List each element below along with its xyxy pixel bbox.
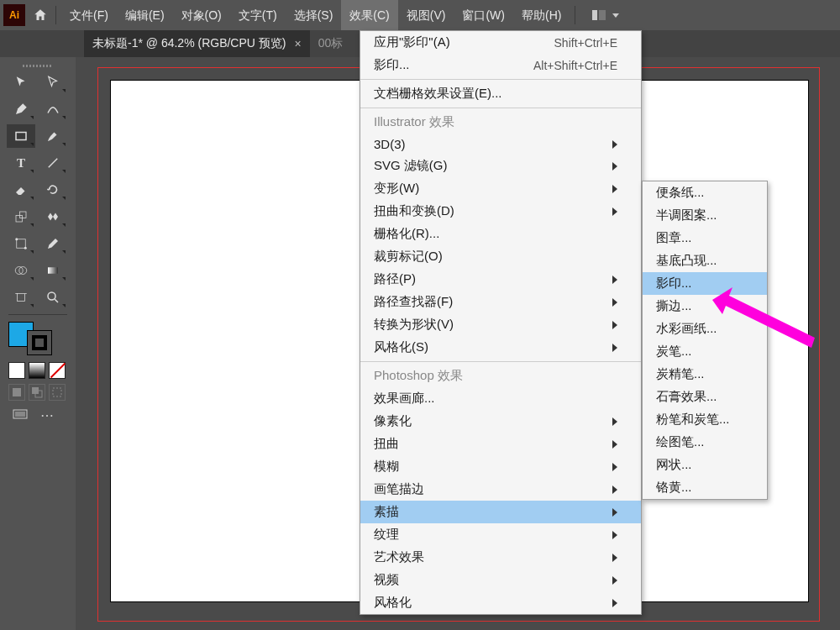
mi-stamp[interactable]: 图章... [643, 227, 767, 249]
mi-chalk-charcoal[interactable]: 粉笔和炭笔... [643, 408, 767, 431]
mi-brush-strokes[interactable]: 画笔描边 [360, 478, 641, 501]
free-transform-tool[interactable] [7, 232, 35, 255]
mi-artistic[interactable]: 艺术效果 [360, 546, 641, 569]
mi-note-paper[interactable]: 便条纸... [643, 181, 767, 204]
submenu-arrow-icon [612, 508, 617, 517]
menu-select[interactable]: 选择(S) [286, 0, 342, 30]
mi-water-paper[interactable]: 水彩画纸... [643, 318, 767, 340]
mi-raster-settings[interactable]: 文档栅格效果设置(E)... [360, 82, 641, 105]
mi-effect-gallery[interactable]: 效果画廊... [360, 387, 641, 410]
drawnormal-icon [11, 386, 23, 398]
mi-stylize-ai[interactable]: 风格化(S) [360, 336, 641, 359]
mi-halftone[interactable]: 半调图案... [643, 204, 767, 227]
mi-last-effect[interactable]: 影印...Alt+Shift+Ctrl+E [360, 54, 641, 76]
submenu-arrow-icon [612, 207, 617, 216]
scale-icon [13, 209, 29, 224]
tab-close-button[interactable]: × [294, 37, 301, 50]
mi-photocopy[interactable]: 影印... [643, 272, 767, 295]
mi-conte-crayon[interactable]: 炭精笔... [643, 363, 767, 386]
chevron-down-icon [612, 13, 619, 18]
mi-plaster[interactable]: 石膏效果... [643, 386, 767, 408]
rectangle-tool[interactable] [7, 124, 35, 148]
paintbrush-tool[interactable] [39, 124, 67, 148]
mi-blur[interactable]: 模糊 [360, 455, 641, 478]
edit-toolbar[interactable]: ⋯ [35, 406, 59, 424]
mi-pathfinder[interactable]: 路径查找器(F) [360, 291, 641, 313]
menu-window[interactable]: 窗口(W) [454, 0, 513, 30]
effects-menu: 应用"影印"(A)Shift+Ctrl+E 影印...Alt+Shift+Ctr… [360, 30, 642, 615]
tab-secondary[interactable]: 00标 [310, 30, 352, 57]
divider [8, 314, 67, 315]
mi-label: 铬黄... [656, 480, 692, 496]
mi-path[interactable]: 路径(P) [360, 268, 641, 291]
color-mode-solid[interactable] [8, 362, 25, 379]
color-mode-none[interactable] [49, 362, 66, 379]
zoom-tool[interactable] [39, 286, 67, 309]
artboard-icon [13, 290, 29, 305]
width-tool[interactable] [39, 205, 67, 228]
draw-behind[interactable] [29, 384, 45, 401]
draw-inside[interactable] [49, 384, 66, 401]
eyedropper-tool[interactable] [39, 232, 67, 255]
workspace-switcher[interactable] [587, 10, 624, 20]
menu-help[interactable]: 帮助(H) [513, 0, 570, 30]
mi-apply-last[interactable]: 应用"影印"(A)Shift+Ctrl+E [360, 31, 641, 54]
direct-selection-tool[interactable] [39, 71, 67, 94]
pen-tool[interactable] [7, 97, 35, 121]
mi-rasterize[interactable]: 栅格化(R)... [360, 223, 641, 245]
mi-bas-relief[interactable]: 基底凸现... [643, 249, 767, 272]
panel-grip[interactable] [3, 62, 72, 69]
menu-file[interactable]: 文件(F) [61, 0, 117, 30]
scale-tool[interactable] [7, 205, 35, 228]
mi-pixelate[interactable]: 像素化 [360, 410, 641, 433]
shape-builder-tool[interactable] [7, 259, 35, 282]
mi-torn-edges[interactable]: 撕边... [643, 295, 767, 318]
type-tool[interactable]: T [7, 151, 35, 175]
mi-graphic-pen[interactable]: 绘图笔... [643, 431, 767, 454]
mi-distort[interactable]: 扭曲 [360, 433, 641, 455]
menu-edit[interactable]: 编辑(E) [117, 0, 173, 30]
screen-mode[interactable] [8, 406, 32, 424]
mi-distort-transform[interactable]: 扭曲和变换(D) [360, 200, 641, 223]
menu-type[interactable]: 文字(T) [230, 0, 286, 30]
rectangle-icon [13, 129, 29, 144]
mi-svg-filters[interactable]: SVG 滤镜(G) [360, 155, 641, 177]
tab-active[interactable]: 未标题-1* @ 64.2% (RGB/CPU 预览) × [84, 30, 310, 57]
app-logo[interactable]: Ai [3, 4, 25, 26]
mi-reticulation[interactable]: 网状... [643, 454, 767, 476]
menu-effect[interactable]: 效果(C) [341, 0, 397, 30]
mi-video[interactable]: 视频 [360, 569, 641, 591]
color-mode-gradient[interactable] [29, 362, 45, 379]
mi-label: 素描 [374, 504, 399, 520]
mi-label: 像素化 [374, 413, 412, 429]
mi-label: 基底凸现... [656, 253, 717, 269]
mi-label: 粉笔和炭笔... [656, 412, 730, 428]
menu-view[interactable]: 视图(V) [398, 0, 454, 30]
mi-stylize-ps[interactable]: 风格化 [360, 591, 641, 614]
mi-3d[interactable]: 3D(3) [360, 134, 641, 155]
draw-normal[interactable] [8, 384, 25, 401]
gradient-tool[interactable] [39, 259, 67, 282]
section-photoshop: Photoshop 效果 [360, 365, 641, 387]
stroke-color[interactable] [27, 330, 52, 355]
menu-object[interactable]: 对象(O) [173, 0, 230, 30]
mi-crop-marks[interactable]: 裁剪标记(O) [360, 245, 641, 268]
mi-label: 文档栅格效果设置(E)... [374, 86, 502, 102]
eraser-tool[interactable] [7, 178, 35, 202]
curvature-tool[interactable] [39, 97, 67, 121]
shortcut: Alt+Shift+Ctrl+E [533, 59, 617, 72]
mi-charcoal[interactable]: 炭笔... [643, 340, 767, 363]
svg-rect-15 [13, 388, 21, 396]
mi-sketch[interactable]: 素描 [360, 501, 641, 523]
artboard-tool[interactable] [7, 286, 35, 309]
mi-chrome[interactable]: 铬黄... [643, 476, 767, 499]
fill-stroke-swatch[interactable] [3, 318, 72, 359]
mi-convert-shape[interactable]: 转换为形状(V) [360, 313, 641, 336]
line-tool[interactable] [39, 151, 67, 175]
selection-tool[interactable] [7, 71, 35, 94]
mi-label: 扭曲和变换(D) [374, 203, 454, 219]
home-button[interactable] [30, 5, 50, 25]
mi-texture[interactable]: 纹理 [360, 523, 641, 546]
mi-warp[interactable]: 变形(W) [360, 177, 641, 200]
rotate-tool[interactable] [39, 178, 67, 202]
